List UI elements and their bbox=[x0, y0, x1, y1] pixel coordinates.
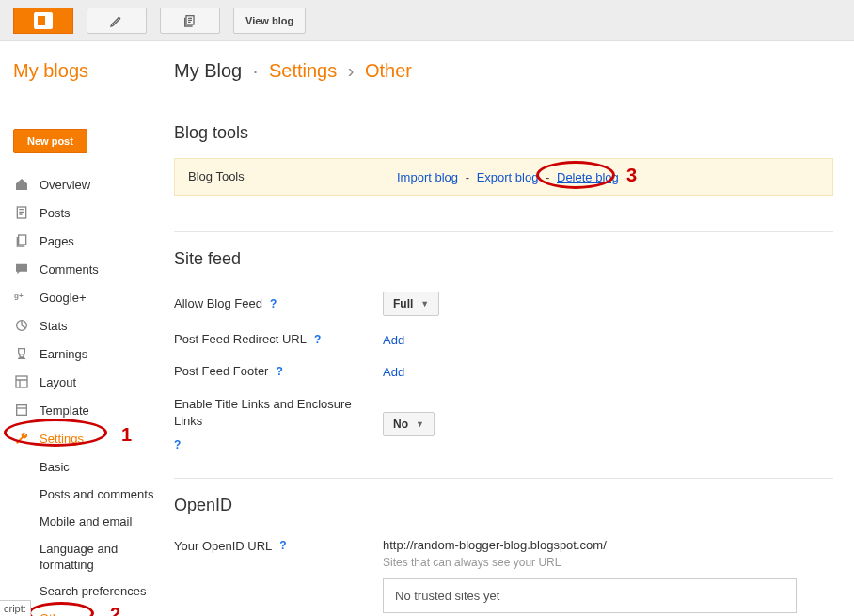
post-feed-redirect-label: Post Feed Redirect URL bbox=[174, 331, 307, 348]
enclosure-links-label: Enable Title Links and Enclosure Links bbox=[174, 396, 383, 430]
sidebar-item-stats[interactable]: Stats bbox=[13, 311, 165, 340]
posts-list-button[interactable] bbox=[160, 8, 220, 34]
delete-blog-link[interactable]: Delete blog bbox=[557, 170, 619, 184]
sidebar-subitem-posts-comments[interactable]: Posts and comments bbox=[40, 482, 165, 509]
status-bar-fragment: cript: bbox=[0, 600, 31, 616]
sidebar-subitem-search-preferences[interactable]: Search preferences bbox=[40, 578, 165, 606]
sidebar-item-googleplus[interactable]: g+ Google+ bbox=[13, 283, 165, 311]
allow-blog-feed-label: Allow Blog Feed bbox=[174, 295, 262, 312]
document-stack-icon bbox=[182, 13, 198, 28]
sidebar-item-layout[interactable]: Layout bbox=[13, 368, 165, 396]
sidebar-item-settings[interactable]: Settings 1 bbox=[13, 424, 165, 452]
piechart-icon bbox=[13, 317, 30, 334]
help-icon[interactable]: ? bbox=[276, 364, 282, 380]
sidebar-subitem-other[interactable]: Other 2 bbox=[40, 606, 165, 616]
sidebar-item-overview[interactable]: Overview bbox=[13, 170, 165, 198]
enclosure-links-dropdown[interactable]: No ▼ bbox=[383, 412, 435, 436]
trophy-icon bbox=[13, 345, 30, 362]
main-content: My Blog · Settings › Other Blog tools Bl… bbox=[165, 41, 854, 616]
sidebar-item-comments[interactable]: Comments bbox=[13, 255, 165, 283]
breadcrumb-other-link[interactable]: Other bbox=[365, 60, 412, 81]
sidebar: My blogs New post Overview Posts Pages C… bbox=[0, 41, 165, 616]
top-toolbar: View blog bbox=[0, 0, 854, 41]
comment-icon bbox=[13, 261, 30, 277]
sidebar-item-label: Earnings bbox=[40, 347, 87, 361]
wrench-icon bbox=[13, 430, 30, 447]
compose-button[interactable] bbox=[87, 8, 147, 34]
allow-blog-feed-dropdown[interactable]: Full ▼ bbox=[383, 292, 439, 316]
section-blog-tools: Blog tools Blog Tools Import blog - Expo… bbox=[174, 123, 833, 232]
breadcrumb: My Blog · Settings › Other bbox=[174, 60, 833, 82]
svg-rect-6 bbox=[17, 405, 27, 416]
post-feed-redirect-add-link[interactable]: Add bbox=[383, 333, 404, 347]
blog-tools-label: Blog Tools bbox=[188, 168, 397, 185]
sidebar-item-label: Google+ bbox=[40, 291, 87, 305]
section-heading: Blog tools bbox=[174, 123, 833, 143]
help-icon[interactable]: ? bbox=[174, 437, 181, 453]
sidebar-title[interactable]: My blogs bbox=[13, 60, 165, 82]
post-feed-footer-label: Post Feed Footer bbox=[174, 363, 268, 380]
sidebar-item-earnings[interactable]: Earnings bbox=[13, 340, 165, 368]
section-heading: OpenID bbox=[174, 496, 833, 515]
openid-url-value: http://random-blogger-blog.blogspot.com/ bbox=[383, 538, 833, 552]
sidebar-subitem-language-formatting[interactable]: Language and formatting bbox=[40, 536, 165, 579]
chevron-down-icon: ▼ bbox=[420, 299, 429, 308]
sidebar-item-label: Layout bbox=[40, 375, 76, 389]
help-icon[interactable]: ? bbox=[270, 296, 277, 312]
separator-dash: - bbox=[546, 170, 549, 184]
sidebar-subitem-mobile-email[interactable]: Mobile and email bbox=[40, 509, 165, 536]
breadcrumb-separator: · bbox=[253, 60, 259, 81]
export-blog-link[interactable]: Export blog bbox=[477, 170, 539, 184]
annotation-number-1: 1 bbox=[121, 424, 132, 446]
sidebar-item-label: Pages bbox=[40, 234, 74, 248]
sidebar-item-label: Overview bbox=[40, 178, 90, 192]
breadcrumb-blog-name: My Blog bbox=[174, 60, 242, 81]
layout-icon bbox=[13, 373, 30, 390]
post-feed-footer-add-link[interactable]: Add bbox=[383, 365, 404, 379]
sidebar-subitem-label: Other bbox=[40, 611, 71, 616]
trusted-sites-box: No trusted sites yet bbox=[383, 578, 797, 613]
svg-text:g+: g+ bbox=[14, 292, 24, 300]
annotation-number-3: 3 bbox=[626, 165, 637, 186]
sidebar-item-label: Settings bbox=[40, 432, 84, 446]
breadcrumb-separator: › bbox=[348, 60, 355, 81]
section-openid: OpenID Your OpenID URL ? http://random-b… bbox=[174, 496, 833, 616]
sidebar-item-label: Comments bbox=[40, 262, 99, 276]
template-icon bbox=[13, 402, 30, 419]
googleplus-icon: g+ bbox=[13, 289, 30, 306]
sidebar-subitem-basic[interactable]: Basic bbox=[40, 454, 165, 482]
help-icon[interactable]: ? bbox=[314, 332, 321, 348]
section-heading: Site feed bbox=[174, 249, 833, 269]
pencil-icon bbox=[109, 13, 124, 28]
document-icon bbox=[13, 204, 30, 221]
section-site-feed: Site feed Allow Blog Feed ? Full ▼ Post … bbox=[174, 249, 833, 479]
sidebar-item-label: Stats bbox=[40, 319, 68, 333]
blogger-logo-button[interactable] bbox=[13, 8, 73, 34]
dropdown-value: No bbox=[393, 418, 408, 431]
dropdown-value: Full bbox=[393, 297, 413, 310]
sidebar-item-template[interactable]: Template bbox=[13, 396, 165, 424]
svg-rect-2 bbox=[19, 235, 26, 245]
svg-rect-5 bbox=[16, 376, 27, 387]
help-icon[interactable]: ? bbox=[279, 538, 286, 554]
chevron-down-icon: ▼ bbox=[416, 419, 424, 429]
view-blog-button[interactable]: View blog bbox=[233, 8, 306, 34]
sidebar-item-posts[interactable]: Posts bbox=[13, 198, 165, 227]
pages-icon bbox=[13, 232, 30, 249]
annotation-number-2: 2 bbox=[110, 602, 120, 616]
sidebar-item-label: Posts bbox=[40, 206, 71, 220]
breadcrumb-settings-link[interactable]: Settings bbox=[269, 60, 337, 81]
openid-url-label: Your OpenID URL bbox=[174, 538, 272, 555]
separator-dash: - bbox=[466, 170, 469, 184]
new-post-button[interactable]: New post bbox=[13, 129, 87, 153]
sidebar-item-label: Template bbox=[40, 403, 89, 418]
import-blog-link[interactable]: Import blog bbox=[397, 170, 458, 184]
sidebar-item-pages[interactable]: Pages bbox=[13, 227, 165, 255]
home-icon bbox=[13, 176, 30, 193]
blogger-b-icon bbox=[34, 12, 53, 29]
openid-hint: Sites that can always see your URL bbox=[383, 556, 833, 569]
